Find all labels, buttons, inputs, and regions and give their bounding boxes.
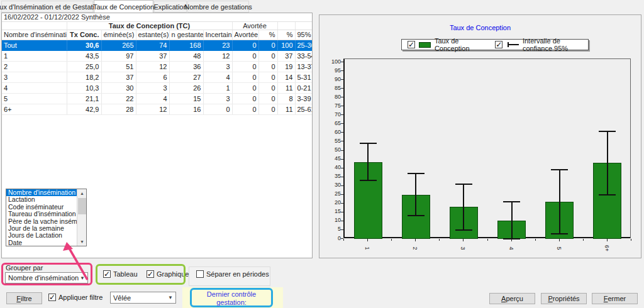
- x-minor-tick: [583, 239, 584, 241]
- table-body: Tout30,626574168230010025-36143,59737481…: [2, 40, 312, 114]
- error-bar-line: [559, 170, 560, 233]
- y-tick: [341, 132, 343, 133]
- separer-checkbox-row[interactable]: Séparer en périodes: [196, 270, 269, 278]
- y-tick: [341, 185, 343, 186]
- y-tick-label: 90: [322, 77, 341, 82]
- x-minor-tick: [535, 239, 536, 241]
- grouper-par-dropdown[interactable]: Nombre d'insémination ▼: [5, 272, 88, 283]
- proprietes-button-label: Propriétés: [548, 295, 579, 302]
- y-tick-label: 5: [322, 226, 341, 232]
- x-minor-tick: [439, 239, 440, 241]
- chart-title: Taux de Conception: [319, 24, 641, 31]
- y-tick: [341, 203, 343, 204]
- y-tick: [341, 141, 343, 141]
- error-bar-cap: [599, 131, 616, 132]
- proprietes-button[interactable]: Propriétés: [541, 293, 587, 304]
- legend-checkbox-intervalle[interactable]: [495, 41, 502, 48]
- separer-label: Séparer en périodes: [206, 270, 269, 278]
- y-tick-label: 25: [322, 191, 341, 197]
- scrollbar-thumb[interactable]: [78, 198, 86, 214]
- column-header: 95%: [295, 30, 312, 40]
- tab-taux-de-conception[interactable]: Taux de Conception: [94, 0, 153, 13]
- plot-area: [343, 58, 631, 238]
- tab-nombre-gestations[interactable]: Nombre de gestations: [187, 1, 249, 13]
- chart-legend: Taux de Conception Intervalle de confian…: [401, 39, 589, 50]
- table-row[interactable]: 6+42,92812160001125-61: [2, 104, 312, 114]
- column-header: n gestante: [169, 30, 203, 40]
- error-bar-cap: [360, 180, 377, 181]
- x-axis: 123456+: [343, 239, 631, 258]
- x-minor-tick: [343, 239, 344, 241]
- y-tick-label: 55: [322, 138, 341, 144]
- list-item[interactable]: Taureau d'insémination: [6, 211, 77, 217]
- x-tick: [559, 239, 560, 241]
- x-minor-tick: [487, 239, 488, 241]
- table-row[interactable]: 410,330326100110-21: [2, 82, 312, 93]
- error-bar-line: [415, 173, 416, 216]
- column-header: %: [258, 30, 277, 40]
- fermer-button[interactable]: Fermer: [592, 293, 638, 304]
- gestation-info-strip: [182, 287, 283, 308]
- apercu-button[interactable]: Aperçu: [489, 293, 535, 304]
- error-bar-line: [511, 202, 513, 239]
- error-bar-cap: [408, 173, 425, 174]
- listbox-scrollbar[interactable]: ▲ ▼: [77, 189, 86, 246]
- y-tick-label: 15: [322, 209, 341, 214]
- y-axis: 0510152025303540455055606570758085909510…: [322, 58, 341, 238]
- apercu-button-label: Aperçu: [501, 295, 523, 302]
- x-tick-label: 4: [508, 246, 514, 250]
- x-tick: [511, 239, 512, 241]
- y-tick: [341, 159, 343, 160]
- list-item[interactable]: Date: [6, 239, 77, 246]
- graphique-checkbox[interactable]: [147, 270, 154, 278]
- tab-taux-insemination-gestation[interactable]: Taux d'Insémination et de Gestation: [1, 1, 93, 13]
- table-row[interactable]: 521,12241530083-39: [2, 93, 312, 104]
- y-tick-label: 30: [322, 182, 341, 188]
- tableau-checkbox-row[interactable]: Tableau: [103, 270, 138, 278]
- y-tick: [341, 123, 343, 124]
- x-minor-tick: [391, 239, 392, 241]
- appliquer-filtre-checkbox-row[interactable]: Appliquer filtre: [48, 294, 103, 301]
- error-bar-cap: [408, 215, 425, 216]
- y-tick-label: 35: [322, 173, 341, 179]
- error-bar-cap: [360, 143, 377, 144]
- y-tick-label: 50: [322, 147, 341, 153]
- legend-checkbox-taux[interactable]: [408, 41, 415, 48]
- appliquer-filtre-label: Appliquer filtre: [58, 294, 103, 301]
- y-tick-label: 45: [322, 156, 341, 162]
- error-bar-cap: [551, 233, 568, 234]
- table-row[interactable]: Tout30,626574168230010025-36: [2, 40, 312, 50]
- chevron-down-icon: ▼: [80, 275, 85, 281]
- column-header: estante(s): [136, 30, 169, 40]
- velee-dropdown[interactable]: Vêlée ▼: [110, 292, 176, 304]
- y-tick: [341, 212, 343, 212]
- y-tick: [341, 70, 343, 71]
- y-tick: [341, 106, 343, 106]
- appliquer-filtre-checkbox[interactable]: [48, 294, 56, 301]
- scroll-down-icon[interactable]: ▼: [77, 238, 87, 246]
- y-tick: [341, 177, 343, 177]
- x-tick: [463, 239, 464, 241]
- table-row[interactable]: 143,597374812003733-54: [2, 50, 312, 61]
- y-tick-label: 75: [322, 103, 341, 109]
- group-header-tc: Taux de Conception (TC): [67, 21, 232, 30]
- conception-table: 16/02/2022 - 01/12/2022 Synthèse Taux de…: [2, 13, 312, 115]
- graphique-checkbox-row[interactable]: Graphique: [147, 270, 189, 278]
- filtre-button[interactable]: Filtre: [6, 292, 42, 304]
- x-tick-label: 6+: [604, 245, 610, 251]
- tab-explication[interactable]: Explication: [154, 1, 187, 13]
- tableau-checkbox[interactable]: [103, 270, 111, 278]
- group-listbox[interactable]: Nombre d'inséminationLactationCode insém…: [6, 189, 87, 246]
- y-tick: [341, 97, 343, 97]
- legend-label: Taux de Conception: [435, 37, 477, 52]
- table-row[interactable]: 225,05112363001913-37: [2, 61, 312, 72]
- table-row[interactable]: 318,237627400145-31: [2, 72, 312, 82]
- error-bar-cap: [599, 194, 616, 195]
- y-tick-label: 10: [322, 217, 341, 223]
- column-header: éminée(s): [101, 30, 136, 40]
- y-tick: [341, 62, 343, 62]
- scroll-up-icon[interactable]: ▲: [77, 189, 87, 197]
- y-tick: [341, 229, 343, 230]
- separer-checkbox[interactable]: [196, 270, 204, 278]
- column-header: Incertain: [203, 30, 232, 40]
